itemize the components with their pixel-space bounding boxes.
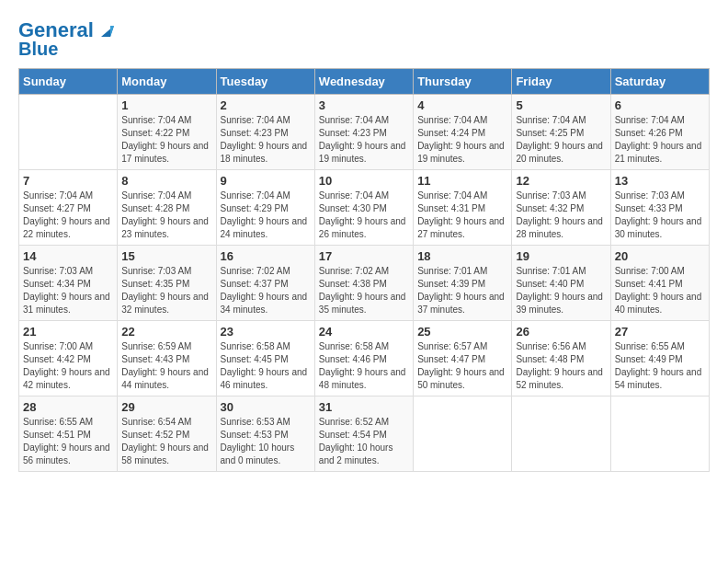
date-number: 24	[319, 325, 409, 339]
date-number: 18	[417, 249, 507, 263]
header-tuesday: Tuesday	[216, 69, 314, 95]
calendar-cell: 16Sunrise: 7:02 AMSunset: 4:37 PMDayligh…	[216, 246, 314, 321]
day-info: Sunrise: 7:04 AMSunset: 4:25 PMDaylight:…	[516, 114, 606, 166]
calendar-cell: 20Sunrise: 7:00 AMSunset: 4:41 PMDayligh…	[610, 246, 709, 321]
date-number: 23	[221, 325, 311, 339]
day-info: Sunrise: 6:54 AMSunset: 4:52 PMDaylight:…	[121, 416, 211, 467]
date-number: 3	[319, 98, 409, 112]
calendar-cell: 17Sunrise: 7:02 AMSunset: 4:38 PMDayligh…	[314, 246, 413, 321]
date-number: 7	[23, 174, 113, 188]
day-info: Sunrise: 7:01 AMSunset: 4:40 PMDaylight:…	[516, 265, 606, 316]
calendar-cell: 28Sunrise: 6:55 AMSunset: 4:51 PMDayligh…	[19, 396, 118, 472]
week-row-3: 21Sunrise: 7:00 AMSunset: 4:42 PMDayligh…	[19, 321, 710, 396]
calendar-cell: 22Sunrise: 6:59 AMSunset: 4:43 PMDayligh…	[118, 321, 216, 396]
calendar-cell: 21Sunrise: 7:00 AMSunset: 4:42 PMDayligh…	[19, 321, 118, 396]
day-info: Sunrise: 6:56 AMSunset: 4:48 PMDaylight:…	[516, 340, 606, 392]
day-info: Sunrise: 6:52 AMSunset: 4:54 PMDaylight:…	[319, 416, 409, 467]
date-number: 25	[417, 325, 507, 339]
date-number: 9	[221, 174, 311, 188]
day-info: Sunrise: 6:57 AMSunset: 4:47 PMDaylight:…	[417, 340, 507, 392]
calendar-cell: 19Sunrise: 7:01 AMSunset: 4:40 PMDayligh…	[512, 246, 610, 321]
date-number: 27	[615, 325, 705, 339]
day-info: Sunrise: 7:04 AMSunset: 4:24 PMDaylight:…	[417, 114, 507, 166]
header-monday: Monday	[118, 69, 216, 95]
calendar-cell: 24Sunrise: 6:58 AMSunset: 4:46 PMDayligh…	[314, 321, 413, 396]
calendar-cell: 14Sunrise: 7:03 AMSunset: 4:34 PMDayligh…	[19, 246, 118, 321]
header: General Blue	[18, 18, 710, 59]
date-number: 6	[615, 98, 705, 112]
calendar-table: SundayMondayTuesdayWednesdayThursdayFrid…	[18, 68, 710, 472]
date-number: 30	[221, 400, 311, 414]
calendar-header-row: SundayMondayTuesdayWednesdayThursdayFrid…	[19, 69, 710, 95]
week-row-0: 1Sunrise: 7:04 AMSunset: 4:22 PMDaylight…	[19, 95, 710, 170]
day-info: Sunrise: 7:02 AMSunset: 4:37 PMDaylight:…	[221, 265, 311, 316]
calendar-cell: 31Sunrise: 6:52 AMSunset: 4:54 PMDayligh…	[314, 396, 413, 472]
day-info: Sunrise: 7:04 AMSunset: 4:29 PMDaylight:…	[221, 190, 311, 241]
header-sunday: Sunday	[19, 69, 118, 95]
calendar-cell	[19, 95, 118, 170]
calendar-cell: 12Sunrise: 7:03 AMSunset: 4:32 PMDayligh…	[512, 170, 610, 246]
calendar-cell: 29Sunrise: 6:54 AMSunset: 4:52 PMDayligh…	[118, 396, 216, 472]
date-number: 20	[615, 249, 705, 263]
calendar-cell: 18Sunrise: 7:01 AMSunset: 4:39 PMDayligh…	[414, 246, 512, 321]
header-wednesday: Wednesday	[314, 69, 413, 95]
date-number: 10	[319, 174, 409, 188]
calendar-cell: 11Sunrise: 7:04 AMSunset: 4:31 PMDayligh…	[414, 170, 512, 246]
calendar-cell: 8Sunrise: 7:04 AMSunset: 4:28 PMDaylight…	[118, 170, 216, 246]
header-friday: Friday	[512, 69, 610, 95]
calendar-cell: 25Sunrise: 6:57 AMSunset: 4:47 PMDayligh…	[414, 321, 512, 396]
calendar-cell: 5Sunrise: 7:04 AMSunset: 4:25 PMDaylight…	[512, 95, 610, 170]
calendar-cell: 10Sunrise: 7:04 AMSunset: 4:30 PMDayligh…	[314, 170, 413, 246]
week-row-4: 28Sunrise: 6:55 AMSunset: 4:51 PMDayligh…	[19, 396, 710, 472]
date-number: 1	[121, 98, 211, 112]
calendar-cell: 4Sunrise: 7:04 AMSunset: 4:24 PMDaylight…	[414, 95, 512, 170]
day-info: Sunrise: 6:53 AMSunset: 4:53 PMDaylight:…	[221, 416, 311, 467]
date-number: 12	[516, 174, 606, 188]
calendar-cell: 26Sunrise: 6:56 AMSunset: 4:48 PMDayligh…	[512, 321, 610, 396]
date-number: 21	[23, 325, 113, 339]
date-number: 4	[417, 98, 507, 112]
day-info: Sunrise: 7:00 AMSunset: 4:41 PMDaylight:…	[615, 265, 705, 316]
calendar-cell: 30Sunrise: 6:53 AMSunset: 4:53 PMDayligh…	[216, 396, 314, 472]
calendar-cell: 9Sunrise: 7:04 AMSunset: 4:29 PMDaylight…	[216, 170, 314, 246]
calendar-cell: 2Sunrise: 7:04 AMSunset: 4:23 PMDaylight…	[216, 95, 314, 170]
week-row-1: 7Sunrise: 7:04 AMSunset: 4:27 PMDaylight…	[19, 170, 710, 246]
day-info: Sunrise: 6:55 AMSunset: 4:49 PMDaylight:…	[615, 340, 705, 392]
logo-bird-icon	[97, 20, 116, 39]
day-info: Sunrise: 7:04 AMSunset: 4:30 PMDaylight:…	[319, 190, 409, 241]
date-number: 22	[121, 325, 211, 339]
day-info: Sunrise: 7:03 AMSunset: 4:35 PMDaylight:…	[121, 265, 211, 316]
day-info: Sunrise: 7:04 AMSunset: 4:23 PMDaylight:…	[319, 114, 409, 166]
header-saturday: Saturday	[610, 69, 709, 95]
day-info: Sunrise: 7:03 AMSunset: 4:34 PMDaylight:…	[23, 265, 113, 316]
calendar-cell: 15Sunrise: 7:03 AMSunset: 4:35 PMDayligh…	[118, 246, 216, 321]
day-info: Sunrise: 6:55 AMSunset: 4:51 PMDaylight:…	[23, 416, 113, 467]
date-number: 29	[121, 400, 211, 414]
date-number: 13	[615, 174, 705, 188]
date-number: 14	[23, 249, 113, 263]
calendar-cell	[512, 396, 610, 472]
date-number: 16	[221, 249, 311, 263]
day-info: Sunrise: 7:00 AMSunset: 4:42 PMDaylight:…	[23, 340, 113, 392]
date-number: 11	[417, 174, 507, 188]
day-info: Sunrise: 6:59 AMSunset: 4:43 PMDaylight:…	[121, 340, 211, 392]
day-info: Sunrise: 7:03 AMSunset: 4:32 PMDaylight:…	[516, 190, 606, 241]
day-info: Sunrise: 6:58 AMSunset: 4:46 PMDaylight:…	[319, 340, 409, 392]
date-number: 19	[516, 249, 606, 263]
week-row-2: 14Sunrise: 7:03 AMSunset: 4:34 PMDayligh…	[19, 246, 710, 321]
calendar-cell	[414, 396, 512, 472]
header-thursday: Thursday	[414, 69, 512, 95]
calendar-cell: 23Sunrise: 6:58 AMSunset: 4:45 PMDayligh…	[216, 321, 314, 396]
day-info: Sunrise: 7:03 AMSunset: 4:33 PMDaylight:…	[615, 190, 705, 241]
date-number: 26	[516, 325, 606, 339]
calendar-cell: 1Sunrise: 7:04 AMSunset: 4:22 PMDaylight…	[118, 95, 216, 170]
day-info: Sunrise: 7:04 AMSunset: 4:27 PMDaylight:…	[23, 190, 113, 241]
date-number: 17	[319, 249, 409, 263]
date-number: 5	[516, 98, 606, 112]
day-info: Sunrise: 7:04 AMSunset: 4:22 PMDaylight:…	[121, 114, 211, 166]
day-info: Sunrise: 6:58 AMSunset: 4:45 PMDaylight:…	[221, 340, 311, 392]
date-number: 31	[319, 400, 409, 414]
calendar-cell: 3Sunrise: 7:04 AMSunset: 4:23 PMDaylight…	[314, 95, 413, 170]
svg-marker-1	[110, 26, 114, 37]
date-number: 28	[23, 400, 113, 414]
